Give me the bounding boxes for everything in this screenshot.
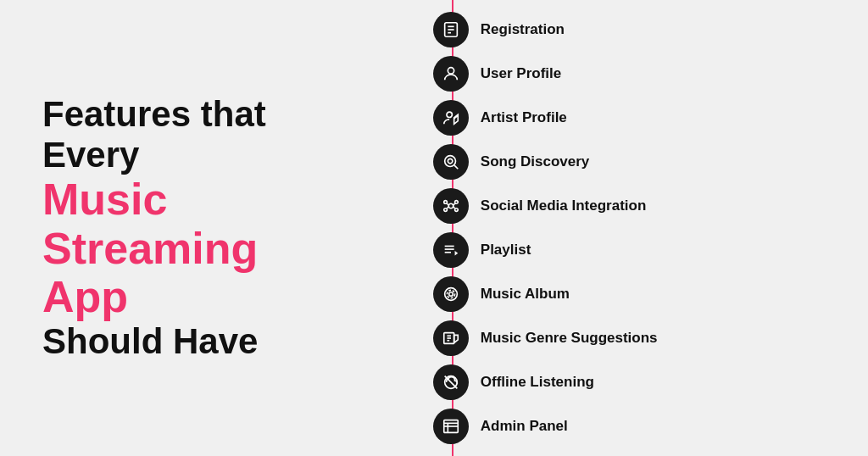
svg-point-4	[448, 68, 453, 74]
left-section: Features that Every Music Streaming App …	[0, 60, 391, 396]
svg-point-10	[448, 203, 453, 209]
svg-marker-22	[454, 251, 458, 256]
feature-item-registration: Registration	[433, 12, 868, 47]
registration-icon	[433, 12, 469, 47]
svg-point-25	[447, 290, 454, 298]
svg-line-8	[454, 165, 458, 169]
svg-line-16	[453, 203, 455, 205]
music-album-icon	[433, 276, 469, 312]
feature-item-music-genre: Music Genre Suggestions	[433, 320, 868, 356]
offline-listening-icon	[433, 364, 469, 400]
offline-listening-label: Offline Listening	[481, 374, 594, 391]
playlist-icon	[433, 232, 469, 268]
main-container: Features that Every Music Streaming App …	[0, 0, 868, 456]
social-media-icon	[433, 188, 469, 224]
feature-item-artist-profile: Artist Profile	[433, 100, 868, 136]
svg-line-15	[447, 203, 448, 205]
feature-item-social-media: Social Media Integration	[433, 188, 868, 224]
feature-item-offline-listening: Offline Listening	[433, 364, 868, 400]
svg-line-18	[453, 207, 455, 209]
heading-block: Features that Every Music Streaming App …	[42, 94, 348, 362]
user-profile-icon	[433, 56, 469, 92]
svg-point-12	[454, 201, 458, 204]
features-list: Registration User Profile	[416, 12, 868, 444]
feature-item-song-discovery: Song Discovery	[433, 144, 868, 180]
song-discovery-label: Song Discovery	[481, 153, 590, 170]
heading-line2: Music	[42, 175, 348, 224]
social-media-label: Social Media Integration	[481, 197, 647, 214]
feature-item-music-album: Music Album	[433, 276, 868, 312]
right-section: Registration User Profile	[391, 0, 868, 456]
svg-point-7	[444, 156, 455, 167]
svg-point-13	[444, 209, 448, 212]
admin-panel-icon	[433, 409, 469, 444]
artist-profile-label: Artist Profile	[481, 109, 567, 126]
heading-line4: Should Have	[42, 321, 348, 362]
artist-profile-icon	[433, 100, 469, 136]
svg-point-24	[449, 292, 453, 297]
music-genre-icon	[433, 320, 469, 356]
playlist-label: Playlist	[481, 242, 531, 259]
svg-point-9	[448, 158, 453, 164]
feature-item-admin-panel: Admin Panel	[433, 409, 868, 444]
user-profile-label: User Profile	[481, 65, 561, 82]
heading-line3: Streaming App	[42, 225, 348, 321]
admin-panel-label: Admin Panel	[481, 418, 568, 435]
svg-point-11	[444, 201, 448, 204]
registration-label: Registration	[481, 21, 565, 38]
feature-item-playlist: Playlist	[433, 232, 868, 268]
music-genre-label: Music Genre Suggestions	[481, 330, 658, 347]
feature-item-user-profile: User Profile	[433, 56, 868, 92]
svg-point-14	[454, 209, 458, 212]
svg-point-5	[447, 112, 452, 117]
song-discovery-icon	[433, 144, 469, 180]
heading-line1: Features that Every	[42, 94, 348, 176]
svg-line-17	[447, 207, 448, 209]
music-album-label: Music Album	[481, 286, 570, 303]
